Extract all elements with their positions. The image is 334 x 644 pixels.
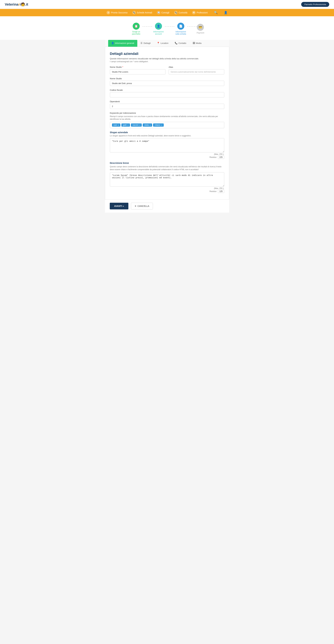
search-icon[interactable]: 🔍 [214,11,218,14]
step-pacchetto: 📋 Scegli un pacchetto [130,23,143,35]
section-description: Queste informazioni verranno visualizzat… [110,58,224,60]
step-label-pacchetto: Scegli un pacchetto [130,30,143,35]
cancella-x-icon: ✕ [135,205,137,207]
slogan-note: Lo slogan apparirà in front-end nella se… [110,134,224,137]
codice-fiscale-input[interactable] [110,92,224,98]
consigli-icon: 💬 [157,11,161,14]
keyword-tag-vaccini: vaccini x [131,124,142,127]
slogan-label: Slogan aziendale [110,131,224,134]
step-line-1 [143,26,152,27]
keyword-remove-gatti[interactable]: x [128,124,129,126]
desc-residuo-row: Residuo 125 [110,190,224,193]
step-label-account: Informazioni account [152,30,165,35]
form-group-nome-studio2: Nome Studio [110,77,224,86]
navbar-label-consigli: Consigli [161,11,169,14]
keyword-tag-milano: milano x [153,124,164,127]
tab-contatto[interactable]: 📞 Contatto [171,40,189,47]
nome-studio-input[interactable] [110,69,166,74]
tab-media[interactable]: 🖼 Media [189,40,205,47]
tab-location[interactable]: 📍 Location [154,40,171,47]
form-group-codice-fiscale: Codice fiscale [110,89,224,98]
navbar-item-pronto-soccorso[interactable]: + Pronto Soccorso [107,11,128,14]
keyword-remove-milano[interactable]: x [161,124,162,126]
desc-breve-textarea[interactable]: "Lorem Ipsum" (breve descrizione dell'at… [110,172,224,186]
required-note: I campi contrassegnati con * sono obblig… [110,60,224,63]
dipendenti-label: Dipendenti [110,100,224,103]
tab-info-generali-label: Informazioni generali [115,42,134,44]
keyword-tag-cani: cani x [112,124,121,127]
step-scheda: 📄 Informazioni sulla scheda [174,23,187,35]
steps-container: 📋 Scegli un pacchetto 👤 Informazioni acc… [0,16,334,40]
form-group-keywords: Keywords per indicizzazione Riempi il ca… [110,112,224,128]
tab-contatto-label: Contatto [178,42,186,44]
desc-residuo-label: Residuo [209,190,216,192]
step-line-2 [165,26,174,27]
slogan-max-chars: (Max. 255 ). [110,153,224,155]
curiosita-icon: 🐾 [174,11,177,14]
form-container: Dettagli aziendali Queste informazioni v… [105,47,229,200]
step-line-3 [187,26,197,27]
keyword-remove-vaccini[interactable]: x [139,124,140,126]
pronto-soccorso-icon: + [107,11,110,14]
slogan-textarea[interactable]: "Cure per gli amici a 4 zampe" [110,138,224,152]
slogan-residuo-row: Residuo 225 [110,156,224,159]
codice-fiscale-label: Codice fiscale [110,89,224,91]
keyword-tag-visita: visita x [143,124,152,127]
step-account: 👤 Informazioni account [152,23,165,35]
footer-buttons: AVANTI « ✕ CANCELLA [105,200,229,212]
tab-contatto-icon: 📞 [175,42,177,44]
navbar-item-professioni[interactable]: ❤ Professioni [192,11,207,14]
navbar-label-curiosita: Curiosità [178,11,187,14]
form-group-slogan: Slogan aziendale Lo slogan apparirà in f… [110,131,224,159]
cancella-label: CANCELLA [138,205,149,207]
section-title: Dettagli aziendali [110,52,224,56]
keywords-label: Keywords per indicizzazione [110,112,224,114]
nome-studio2-input[interactable] [110,81,224,86]
step-circle-account: 👤 [155,23,162,30]
schede-animali-icon: 🐾 [132,11,136,14]
form-group-nome-studio: Nome Studio * [110,66,166,74]
keyword-tag-gatti: gatti x [121,124,130,127]
form-group-dipendenti: Dipendenti [110,100,224,109]
tab-dettagli-label: Dettagli [144,42,151,44]
required-star: * [122,66,123,68]
form-row-nome-alias: Nome Studio * Alias [110,66,224,74]
step-label-payment: Payment [197,32,204,34]
navbar-item-consigli[interactable]: 💬 Consigli [157,11,169,14]
tab-media-label: Media [196,42,201,44]
alias-label: Alias [169,66,224,68]
tab-bar: 👤 Informazioni generali ☰ Dettagli 📍 Loc… [105,40,229,47]
navbar-item-schede-animali[interactable]: 🐾 Schede Animali [132,11,152,14]
form-group-alias: Alias [169,66,224,74]
user-icon[interactable]: 👤 [224,11,227,14]
navbar-label-schede-animali: Schede Animali [137,11,152,14]
step-circle-pacchetto: 📋 [133,23,140,30]
pannello-professionista-button[interactable]: Pannello Professionista [301,2,329,7]
dipendenti-input[interactable] [110,104,224,109]
slogan-residuo-value: 225 [218,156,224,159]
avanti-button[interactable]: AVANTI « [110,203,129,210]
cancella-button[interactable]: ✕ CANCELLA [131,203,153,210]
keywords-container[interactable]: cani x gatti x vaccini x visita x [110,122,224,128]
main-navbar: + Pronto Soccorso 🐾 Schede Animali 💬 Con… [0,9,334,16]
navbar-label-pronto-soccorso: Pronto Soccorso [111,11,128,14]
nome-studio2-label: Nome Studio [110,77,224,80]
step-label-scheda: Informazioni sulla scheda [174,30,187,35]
keywords-description: Riempi il campo successivo con una frase… [110,115,224,120]
alias-input[interactable] [169,69,224,74]
step-circle-scheda: 📄 [177,23,184,30]
tab-dettagli-icon: ☰ [141,42,143,44]
nome-studio-label: Nome Studio * [110,66,166,68]
desc-breve-note: Questo campo deve contenere la descrizio… [110,165,224,171]
tab-media-icon: 🖼 [193,42,195,44]
tab-dettagli[interactable]: ☰ Dettagli [137,40,154,47]
desc-residuo-value: 125 [218,190,224,193]
tab-info-generali[interactable]: 👤 Informazioni generali [108,40,138,47]
keyword-remove-visita[interactable]: x [150,124,151,126]
navbar-item-curiosita[interactable]: 🐾 Curiosità [174,11,187,14]
professioni-icon: ❤ [192,11,196,14]
tab-location-icon: 📍 [157,42,160,44]
keyword-remove-cani[interactable]: x [118,124,119,126]
tab-info-generali-icon: 👤 [111,42,114,44]
tab-location-label: Location [161,42,168,44]
